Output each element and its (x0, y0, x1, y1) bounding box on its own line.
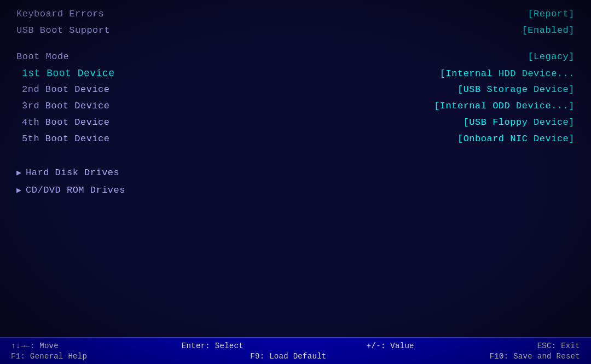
status-desc: : Exit (552, 342, 580, 350)
bios-row-2nd-boot[interactable]: 2nd Boot Device[USB Storage Device] (16, 84, 575, 100)
arrow-icon: ▶ (16, 185, 21, 195)
row-value-3rd-boot: [Internal ODD Device...] (434, 101, 575, 111)
submenus-section: ▶Hard Disk Drives▶CD/DVD ROM Drives (16, 167, 575, 201)
status-item-: +/-: Value (367, 342, 414, 350)
row-value-1st-boot: [Internal HDD Device... (440, 68, 575, 79)
status-key: +/- (367, 342, 381, 350)
row-label-2nd-boot: 2nd Boot Device (16, 84, 110, 95)
status-item-F9: F9: Load Default (250, 352, 326, 361)
row-label-keyboard-errors: Keyboard Errors (16, 9, 105, 19)
bios-row-3rd-boot[interactable]: 3rd Boot Device[Internal ODD Device...] (16, 101, 575, 116)
submenu-label-hdd: Hard Disk Drives (26, 167, 119, 178)
status-row-2: F1: General HelpF9: Load DefaultF10: Sav… (11, 352, 580, 361)
submenu-hdd[interactable]: ▶Hard Disk Drives (16, 167, 575, 184)
row-label-boot-mode: Boot Mode (16, 51, 69, 62)
status-key: F9 (250, 352, 259, 361)
status-item-ESC: ESC: Exit (537, 342, 580, 350)
status-desc: : General Help (20, 352, 87, 361)
status-desc: : Load Default (260, 352, 327, 361)
row-label-usb-boot-support: USB Boot Support (16, 25, 110, 36)
status-item-F1: F1: General Help (11, 352, 87, 361)
status-desc: : Select (205, 342, 244, 350)
arrow-icon: ▶ (16, 167, 21, 178)
status-item-Enter: Enter: Select (182, 342, 244, 350)
status-row-1: ↑↓→←: MoveEnter: Select+/-: ValueESC: Ex… (11, 342, 580, 350)
bios-row-5th-boot[interactable]: 5th Boot Device[Onboard NIC Device] (16, 134, 575, 149)
bios-row-keyboard-errors[interactable]: Keyboard Errors[Report] (16, 9, 575, 24)
bios-row-boot-mode[interactable]: Boot Mode[Legacy] (16, 51, 575, 67)
status-key: F1 (11, 352, 20, 361)
row-label-1st-boot: 1st Boot Device (16, 68, 115, 79)
status-key: ESC (537, 342, 552, 350)
row-label-3rd-boot: 3rd Boot Device (16, 101, 110, 111)
status-key: F10 (490, 352, 504, 361)
status-key: ↑↓→← (11, 342, 30, 350)
status-desc: : Save and Reset (504, 352, 580, 361)
status-bar: ↑↓→←: MoveEnter: Select+/-: ValueESC: Ex… (0, 337, 591, 364)
status-item-: ↑↓→←: Move (11, 342, 59, 350)
bios-row-4th-boot[interactable]: 4th Boot Device[USB Floppy Device] (16, 117, 575, 132)
bios-row-usb-boot-support[interactable]: USB Boot Support[Enabled] (16, 25, 575, 41)
status-item-F10: F10: Save and Reset (490, 352, 580, 361)
row-value-4th-boot: [USB Floppy Device] (463, 117, 575, 128)
spacer-row (16, 42, 575, 51)
bios-screen: Keyboard Errors[Report]USB Boot Support[… (0, 0, 591, 364)
submenu-label-cddvd: CD/DVD ROM Drives (26, 185, 125, 195)
row-value-5th-boot: [Onboard NIC Device] (457, 134, 575, 144)
bios-row-1st-boot[interactable]: 1st Boot Device[Internal HDD Device... (16, 68, 575, 83)
status-desc: : Move (30, 342, 59, 350)
row-value-usb-boot-support: [Enabled] (522, 25, 575, 36)
row-label-4th-boot: 4th Boot Device (16, 117, 110, 128)
row-label-5th-boot: 5th Boot Device (16, 134, 110, 144)
row-value-boot-mode: [Legacy] (528, 51, 575, 62)
submenu-cddvd[interactable]: ▶CD/DVD ROM Drives (16, 185, 575, 201)
row-value-2nd-boot: [USB Storage Device] (457, 84, 575, 95)
main-content: Keyboard Errors[Report]USB Boot Support[… (0, 0, 591, 337)
status-desc: : Value (381, 342, 414, 350)
status-key: Enter (182, 342, 206, 350)
spacer-row (16, 150, 575, 160)
row-value-keyboard-errors: [Report] (528, 9, 575, 19)
bios-table: Keyboard Errors[Report]USB Boot Support[… (16, 9, 575, 160)
